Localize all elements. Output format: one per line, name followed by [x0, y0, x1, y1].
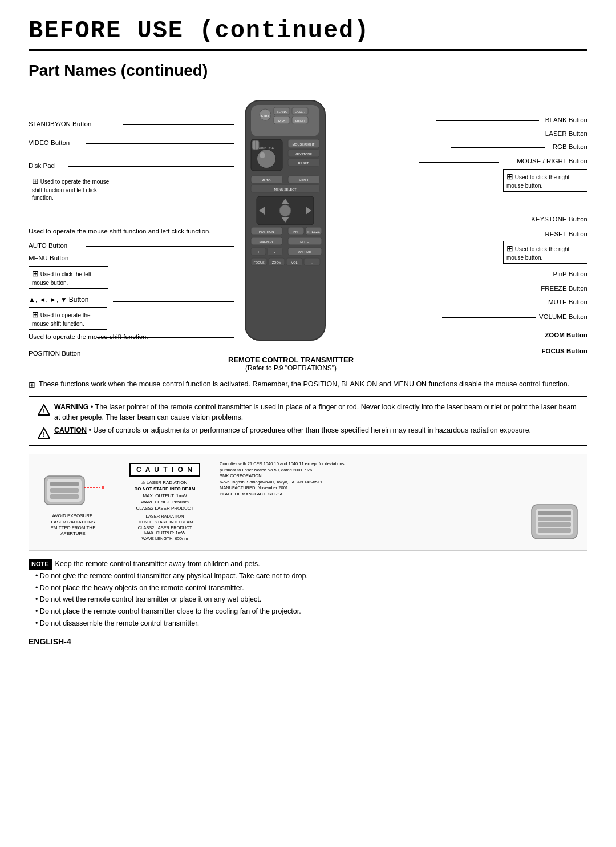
line-keystone — [419, 220, 522, 220]
menuselect-icon: ⊞ — [32, 269, 39, 278]
svg-point-71 — [102, 486, 104, 489]
laser-bottom-compliance: Complies with 21 CFR 1040.10 and 1040.11… — [220, 461, 580, 497]
remote-control-image: STBY BLANK LASER RGB VIDEO DISK PAD — [228, 95, 354, 372]
laser-left-remote: AVOID EXPOSURE:LASER RADIATIONSEMITTED F… — [36, 467, 110, 537]
line-magnify — [91, 354, 234, 354]
label-video: VIDEO Button — [29, 139, 70, 146]
svg-text:KEYSTONE: KEYSTONE — [295, 152, 312, 156]
label-laser: LASER Button — [545, 130, 587, 137]
note-header: NOTE Keep the remote control transmitter… — [29, 559, 587, 570]
line-pinp — [452, 275, 543, 275]
arrows-info-text: Used to operate the mouse shift function… — [32, 312, 91, 327]
warning-text: WARNING • The laser pointer of the remot… — [54, 402, 579, 422]
mouse-note-text: These functions work when the mouse cont… — [39, 380, 569, 388]
caution-triangle-icon: ! — [37, 427, 51, 439]
label-position: Used to operate the mouse shift function… — [29, 333, 148, 340]
svg-text:POSITION: POSITION — [259, 230, 274, 233]
line-focus — [457, 352, 545, 352]
note-keyword: NOTE — [29, 559, 52, 570]
note-item-2: Do not place the heavy objects on the re… — [29, 583, 587, 594]
line-mute — [458, 302, 546, 303]
line-rgb — [451, 147, 545, 148]
svg-rect-69 — [50, 494, 79, 499]
mouse-note-icon: ⊞ — [29, 380, 35, 389]
label-keystone: KEYSTONE Button — [531, 216, 587, 223]
svg-text:VIDEO: VIDEO — [295, 119, 305, 123]
svg-rect-77 — [538, 528, 571, 533]
svg-text:VOL: VOL — [291, 261, 297, 264]
arrows-icon: ⊞ — [32, 310, 39, 319]
line-position — [97, 337, 234, 338]
svg-text:FOCUS: FOCUS — [253, 261, 265, 264]
line-video — [86, 143, 234, 144]
diagram-area: STANDBY/ON Button VIDEO Button Disk Pad … — [29, 89, 587, 380]
svg-text:RESET: RESET — [298, 162, 309, 165]
reset-info-text: Used to click the right mouse button. — [506, 246, 569, 261]
note-first-item: Keep the remote control transmitter away… — [55, 559, 260, 570]
diskpad-icon: ⊞ — [32, 176, 39, 185]
svg-point-15 — [257, 150, 275, 168]
svg-text:!: ! — [43, 408, 44, 414]
remote-title: REMOTE CONTROL TRANSMITTER — [228, 356, 354, 364]
caution-line: ! CAUTION • Use of controls or adjustmen… — [37, 426, 579, 439]
line-blank — [436, 120, 539, 121]
mouse-right-icon: ⊞ — [506, 172, 513, 181]
laser-diagram-area: AVOID EXPOSURE:LASER RADIATIONSEMITTED F… — [29, 454, 587, 551]
line-reset — [442, 235, 533, 235]
mouse-note-area: ⊞ These functions work when the mouse co… — [29, 380, 587, 389]
remote-subtitle: (Refer to P.9 "OPERATIONS") — [228, 364, 354, 372]
label-arrows: ▲, ◄, ►, ▼ Button — [29, 296, 89, 304]
label-reset: RESET Button — [545, 231, 587, 237]
svg-text:RGB: RGB — [278, 119, 285, 123]
line-standby — [123, 124, 234, 125]
label-auto: Used to operate the mouse shift function… — [29, 228, 211, 235]
svg-rect-75 — [538, 517, 571, 521]
svg-text:LASER: LASER — [295, 110, 305, 114]
label-menu: AUTO Button — [29, 242, 67, 249]
diskpad-info-box: ⊞ Used to operate the mouse shift functi… — [29, 174, 114, 204]
svg-rect-76 — [538, 522, 571, 527]
note-item-4: Do not place the remote control transmit… — [29, 606, 587, 617]
footer-language: ENGLISH-4 — [29, 637, 587, 646]
label-diskpad: Disk Pad — [29, 162, 55, 169]
line-diskpad — [68, 166, 234, 167]
warning-triangle-icon: ! — [37, 404, 51, 416]
label-mute: MUTE Button — [548, 299, 587, 305]
svg-text:DISK PAD: DISK PAD — [258, 146, 274, 150]
svg-point-16 — [260, 152, 265, 158]
svg-point-36 — [279, 205, 291, 216]
mouse-right-info-text: Used to click the right mouse button. — [506, 174, 569, 189]
svg-text:STBY: STBY — [261, 114, 270, 118]
label-freeze: FREEZE Button — [541, 285, 587, 292]
note-item-1: Do not give the remote control transmitt… — [29, 571, 587, 582]
svg-text:MENU: MENU — [299, 179, 308, 182]
svg-text:...: ... — [311, 261, 314, 264]
laser-right-section: Complies with 21 CFR 1040.10 and 1040.11… — [220, 461, 580, 543]
laser-extra-text: LASER RADIATIONDO NOT STARE INTO BEAMCLA… — [137, 514, 193, 542]
warning-line: ! WARNING • The laser pointer of the rem… — [37, 402, 579, 422]
label-focus: FOCUS Button — [542, 348, 587, 354]
menuselect-info-text: Used to click the left mouse button. — [32, 271, 91, 286]
svg-rect-68 — [50, 488, 79, 493]
caution-label: C A U T I O N — [129, 463, 200, 477]
svg-text:MENU SELECT: MENU SELECT — [274, 188, 297, 191]
svg-text:BLANK: BLANK — [277, 110, 287, 114]
label-blank: BLANK Button — [545, 116, 587, 123]
line-menu — [86, 246, 234, 247]
warning-caution-box: ! WARNING • The laser pointer of the rem… — [29, 396, 587, 446]
label-pinp: PinP Button — [553, 271, 587, 277]
page-title: BEFORE USE (continued) — [29, 17, 587, 51]
svg-text:MAGNIFY: MAGNIFY — [259, 240, 273, 244]
label-standby: STANDBY/ON Button — [29, 120, 91, 127]
laser-avoid-text: AVOID EXPOSURE:LASER RADIATIONSEMITTED F… — [51, 513, 96, 537]
svg-text:AUTO: AUTO — [262, 179, 271, 182]
label-volume: VOLUME Button — [539, 313, 587, 320]
line-zoom — [449, 336, 541, 336]
svg-rect-67 — [50, 482, 79, 486]
line-arrows — [113, 301, 234, 302]
notes-section: NOTE Keep the remote control transmitter… — [29, 559, 587, 629]
svg-text:MUTE: MUTE — [300, 240, 309, 244]
caution-text: CAUTION • Use of controls or adjustments… — [54, 426, 531, 436]
laser-center-section: C A U T I O N ⚠ LASER RADIATION: DO NOT … — [119, 463, 210, 542]
arrows-info-box: ⊞ Used to operate the mouse shift functi… — [29, 307, 107, 330]
